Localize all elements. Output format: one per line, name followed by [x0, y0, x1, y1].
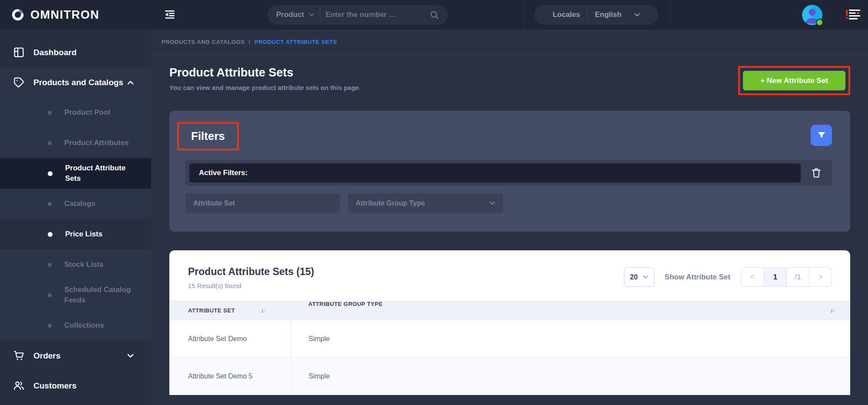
divider	[320, 9, 320, 21]
breadcrumb: PRODUCTS AND CATALOGS / PRODUCT ATTRIBUT…	[151, 30, 868, 55]
annotation-filters: Filters	[177, 122, 239, 150]
column-label: ATTRIBUTE GROUP TYPE	[308, 301, 383, 307]
page-title: Product Attribute Sets	[169, 66, 361, 80]
cell-attribute-set: Attribute Set Demo	[169, 320, 291, 358]
cart-icon	[13, 350, 25, 362]
chevron-down-icon	[634, 13, 640, 17]
chevron-up-icon	[127, 80, 134, 85]
annotation-new-attribute-set: + New Attribute Set	[738, 66, 850, 95]
sidebar-item-label: Product Pool	[64, 107, 110, 118]
show-attribute-set-label: Show Attribute Set	[665, 273, 730, 282]
locale-value: English	[595, 10, 621, 19]
cell-group-type: Simple	[291, 320, 850, 358]
active-filters-row: Active Filters:	[185, 160, 832, 186]
card-title: Product Attribute Sets (15)	[188, 266, 314, 278]
sort-icon[interactable]: ↓↑	[261, 307, 267, 314]
search-input[interactable]	[326, 10, 424, 19]
sidebar-item-product-attribute-sets[interactable]: Product Attribute Sets	[0, 158, 151, 189]
sidebar: OMNITRON DashboardProducts and CatalogsP…	[0, 0, 151, 405]
attribute-group-type-select[interactable]: Attribute Group Type	[347, 193, 504, 213]
filter-toggle-button[interactable]	[811, 125, 832, 146]
sidebar-item-stock-lists[interactable]: Stock Lists	[0, 249, 151, 280]
sort-icon[interactable]: ↓↑	[830, 301, 836, 320]
page-header-text: Product Attribute Sets You can view and …	[169, 66, 361, 91]
sidebar-item-label: Catalogs	[64, 199, 96, 209]
bullet-icon	[48, 202, 52, 206]
filters-title: Filters	[191, 129, 225, 143]
attribute-sets-table: ATTRIBUTE SET↓↑ ATTRIBUTE GROUP TYPE↓↑ A…	[169, 301, 850, 395]
column-header-attribute-set[interactable]: ATTRIBUTE SET↓↑	[169, 301, 291, 320]
bullet-icon	[48, 232, 53, 237]
sidebar-item-label: Products and Catalogs	[33, 78, 123, 87]
search-category-dropdown[interactable]: Product	[276, 10, 304, 19]
table-row[interactable]: Attribute Set Demo 5Simple	[169, 358, 850, 395]
sidebar-item-dashboard[interactable]: Dashboard	[0, 37, 151, 67]
sidebar-item-customers[interactable]: Customers	[0, 371, 151, 401]
table-row[interactable]: Attribute Set DemoSimple	[169, 320, 850, 358]
sidebar-item-collections[interactable]: Collections	[0, 310, 151, 341]
locales-selector[interactable]: Locales English	[535, 5, 658, 25]
sidebar-item-label: Collections	[64, 320, 104, 331]
bullet-icon	[48, 324, 52, 328]
sidebar-item-label: Price Lists	[65, 229, 102, 239]
bullet-icon	[48, 111, 52, 115]
bullet-icon	[48, 141, 52, 145]
sidebar-item-product-attributes[interactable]: Product Attributes	[0, 128, 151, 158]
card-header-text: Product Attribute Sets (15) 15 Result(s)…	[188, 266, 314, 289]
sidebar-collapse-icon[interactable]	[163, 9, 177, 21]
page-size-value: 20	[630, 273, 638, 281]
user-avatar[interactable]	[802, 5, 822, 25]
topbar: Product Locales English	[151, 0, 868, 30]
tag-icon	[13, 76, 25, 88]
pagination-current-page[interactable]: 1	[764, 268, 786, 286]
page-size-select[interactable]: 20	[624, 267, 654, 287]
sidebar-item-label: Product Attribute Sets	[65, 163, 139, 184]
attribute-sets-card: Product Attribute Sets (15) 15 Result(s)…	[169, 250, 850, 395]
locales-label: Locales	[553, 10, 580, 19]
sidebar-item-label: Scheduled Catalog Feeds	[64, 285, 138, 305]
cell-attribute-set: Attribute Set Demo 5	[169, 358, 291, 395]
pagination-total-pages: /1	[786, 268, 809, 286]
column-header-attribute-group-type[interactable]: ATTRIBUTE GROUP TYPE↓↑	[291, 301, 850, 320]
results-count: 15 Result(s) found	[188, 282, 314, 289]
attribute-group-type-placeholder: Attribute Group Type	[356, 199, 425, 207]
sidebar-item-scheduled-catalog-feeds[interactable]: Scheduled Catalog Feeds	[0, 280, 151, 310]
page-subtitle: You can view and manage product attribut…	[169, 84, 361, 91]
chevron-down-icon	[309, 13, 314, 17]
pagination-next-button[interactable]: >	[809, 268, 832, 286]
new-attribute-set-button[interactable]: + New Attribute Set	[743, 71, 845, 90]
trash-icon	[810, 167, 822, 179]
sidebar-item-product-pool[interactable]: Product Pool	[0, 97, 151, 128]
sidebar-item-label: Dashboard	[33, 48, 76, 57]
funnel-icon	[816, 130, 827, 141]
activity-log-icon[interactable]	[845, 8, 861, 22]
pagination: < 1 /1 >	[741, 267, 832, 287]
attribute-set-filter-input[interactable]	[185, 193, 340, 213]
filter-fields: Attribute Group Type	[185, 193, 832, 213]
breadcrumb-products-and-catalogs[interactable]: PRODUCTS AND CATALOGS	[162, 39, 244, 45]
sidebar-item-orders[interactable]: Orders	[0, 341, 151, 371]
card-controls: 20 Show Attribute Set < 1 /1 >	[624, 267, 832, 287]
search-icon[interactable]	[429, 10, 439, 20]
sidebar-item-price-lists[interactable]: Price Lists	[0, 219, 151, 249]
logo: OMNITRON	[0, 0, 151, 30]
chevron-down-icon	[127, 354, 134, 358]
column-label: ATTRIBUTE SET	[188, 307, 235, 314]
filters-header: Filters	[177, 122, 832, 150]
users-icon	[13, 380, 25, 392]
bullet-icon	[48, 263, 52, 267]
cell-group-type: Simple	[291, 358, 850, 395]
breadcrumb-separator: /	[248, 39, 250, 45]
pagination-prev-button[interactable]: <	[741, 268, 764, 286]
chevron-down-icon	[489, 201, 495, 205]
global-search: Product	[267, 5, 448, 25]
sidebar-item-products-and-catalogs[interactable]: Products and Catalogs	[0, 67, 151, 97]
omnitron-logo-icon	[11, 8, 24, 21]
sidebar-item-catalogs[interactable]: Catalogs	[0, 189, 151, 219]
sidebar-item-label: Customers	[33, 381, 76, 391]
bullet-icon	[48, 171, 53, 176]
content-area: Product Attribute Sets You can view and …	[151, 55, 868, 405]
page-header: Product Attribute Sets You can view and …	[169, 66, 850, 95]
clear-filters-button[interactable]	[801, 167, 832, 179]
breadcrumb-product-attribute-sets[interactable]: PRODUCT ATTRIBUTE SETS	[254, 39, 337, 45]
